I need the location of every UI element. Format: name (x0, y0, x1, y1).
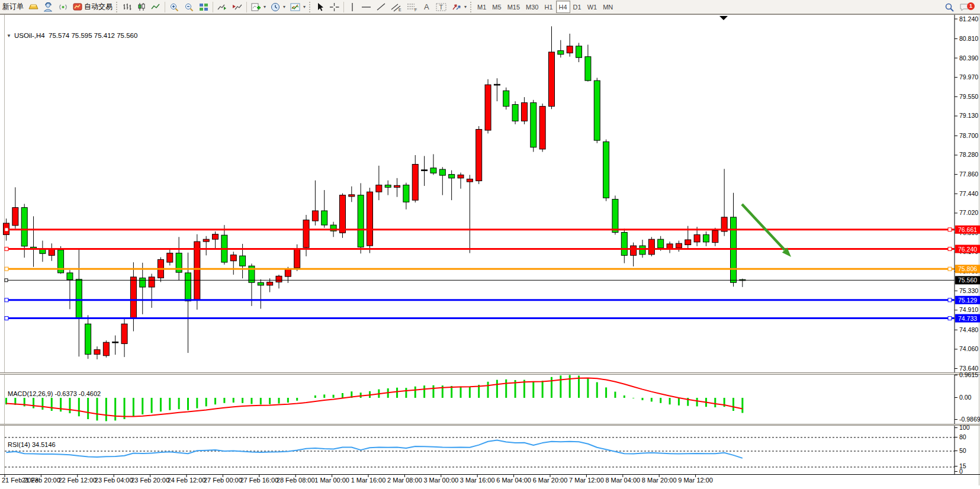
candle (403, 185, 409, 202)
search-button[interactable] (943, 1, 956, 13)
hline-76240-handle-left[interactable] (5, 247, 8, 251)
price-axis-tick-label: 74.480 (959, 326, 978, 333)
hline-76240-handle-right[interactable] (948, 247, 952, 251)
rsi-axis-label: 80 (959, 433, 966, 440)
timeframe-m1-button[interactable]: M1 (474, 1, 489, 13)
line-chart-mode-button[interactable] (149, 1, 162, 13)
candle (312, 211, 318, 221)
dropdown-caret-icon: ▾ (264, 4, 266, 9)
chart-ohlc-title[interactable]: ▼USOil-,H4 75.574 75.595 75.412 75.560 (7, 32, 137, 39)
candlestick-mode-button[interactable] (135, 1, 148, 13)
candle (294, 249, 300, 268)
price-axis-tick-label: 78.700 (959, 132, 978, 139)
dropdown-caret-icon: ▾ (283, 4, 285, 9)
timeframe-m15-button[interactable]: M15 (505, 1, 523, 13)
deposit-gold-button[interactable] (27, 1, 40, 13)
candle (76, 279, 82, 318)
new-order-label: 新订单 (2, 2, 24, 12)
new-order-button[interactable]: 新订单 (1, 1, 25, 13)
candle (113, 342, 118, 343)
rsi-axis-label: 50 (959, 447, 966, 454)
candle (612, 200, 618, 233)
hline-75129-handle-right[interactable] (948, 298, 952, 302)
candle (240, 256, 246, 266)
hline-tool-button[interactable] (359, 1, 373, 13)
symbol-timeframe-label: USOil-,H4 (14, 32, 45, 39)
shapes-tool-button[interactable]: ▾ (449, 1, 468, 13)
time-axis-label: 7 Mar 12:00 (569, 477, 604, 484)
candle (121, 324, 127, 343)
text-tool-button[interactable]: A (421, 1, 433, 13)
label-tool-button[interactable]: T (434, 1, 448, 13)
zoom-out-button[interactable] (182, 1, 196, 13)
price-axis-tick-label: 77.860 (959, 170, 978, 178)
candle (539, 107, 545, 149)
cursor-tool-button[interactable] (314, 1, 326, 13)
timeframe-d1-button[interactable]: D1 (570, 1, 584, 13)
new-chart-icon (251, 2, 261, 12)
candle (576, 46, 582, 57)
candle (103, 342, 109, 356)
new-chart-button[interactable]: ▾ (249, 1, 268, 13)
one-click-trading-caret-icon[interactable]: ▼ (7, 33, 11, 38)
trendline-tool-button[interactable] (374, 1, 388, 13)
candle (512, 105, 518, 121)
time-axis-label: 8 Mar 04:00 (605, 477, 640, 484)
hline-75806-handle-right[interactable] (948, 267, 952, 271)
time-axis-label: 28 Feb 08:00 (277, 477, 315, 484)
auto-trading-label: 自动交易 (84, 2, 113, 12)
zoom-in-button[interactable] (168, 1, 181, 13)
templates-button[interactable]: ▾ (288, 1, 307, 13)
candle (94, 350, 100, 355)
timeframe-m30-button[interactable]: M30 (523, 1, 541, 13)
support-button[interactable] (41, 1, 55, 13)
hline-74733-handle-right[interactable] (948, 317, 952, 320)
candle (149, 277, 155, 287)
fibonacci-tool-button[interactable]: F (405, 1, 420, 13)
periods-button[interactable]: ▾ (269, 1, 287, 13)
price-axis-tick-label: 75.330 (959, 287, 978, 294)
tile-windows-button[interactable] (197, 1, 210, 13)
candle (285, 269, 291, 276)
notifications-button[interactable]: 1 (957, 1, 972, 13)
timeframe-mn-button[interactable]: MN (600, 1, 616, 13)
auto-trading-button[interactable]: 自动交易 (71, 1, 114, 13)
signals-button[interactable] (56, 1, 70, 13)
crosshair-tool-button[interactable] (327, 1, 341, 13)
channel-tool-button[interactable]: E (389, 1, 404, 13)
timeframe-w1-button[interactable]: W1 (584, 1, 600, 13)
macd-axis-label: 0.00 (959, 394, 972, 401)
time-axis-label: 3 Mar 16:00 (460, 477, 495, 484)
candle (339, 195, 345, 233)
candle (467, 179, 473, 182)
chart-shift-button[interactable] (230, 1, 244, 13)
gold-icon (28, 2, 38, 11)
timeframe-h1-button[interactable]: H1 (541, 1, 555, 13)
candle (213, 234, 219, 240)
candle (376, 185, 382, 192)
price-axis-tick-label: 77.020 (959, 209, 978, 216)
candle (167, 253, 173, 262)
current-price-line-handle[interactable] (5, 279, 8, 282)
equidistant-channel-icon: E (391, 2, 402, 12)
vline-tool-button[interactable] (346, 1, 358, 13)
candle (439, 169, 445, 175)
bar-chart-mode-button[interactable] (121, 1, 134, 13)
hline-76661-handle-left[interactable] (5, 228, 8, 231)
time-axis-label: 27 Feb 00:00 (204, 477, 242, 484)
auto-scroll-icon (217, 2, 227, 11)
hline-74733-handle-left[interactable] (5, 317, 8, 320)
candle (422, 170, 428, 171)
hline-76661-handle-right[interactable] (948, 228, 952, 231)
candle (412, 165, 418, 201)
candle (267, 282, 273, 285)
timeframe-h4-button[interactable]: H4 (556, 1, 570, 13)
toolbar-grip (470, 2, 473, 12)
candle (476, 129, 482, 181)
timeframe-m5-button[interactable]: M5 (489, 1, 504, 13)
chart-canvas[interactable]: 81.24080.81080.39079.97079.55079.13078.7… (0, 14, 980, 485)
svg-text:T: T (439, 4, 444, 11)
hline-75129-handle-left[interactable] (5, 298, 8, 302)
auto-scroll-button[interactable] (216, 1, 229, 13)
hline-75806-handle-left[interactable] (5, 267, 8, 271)
